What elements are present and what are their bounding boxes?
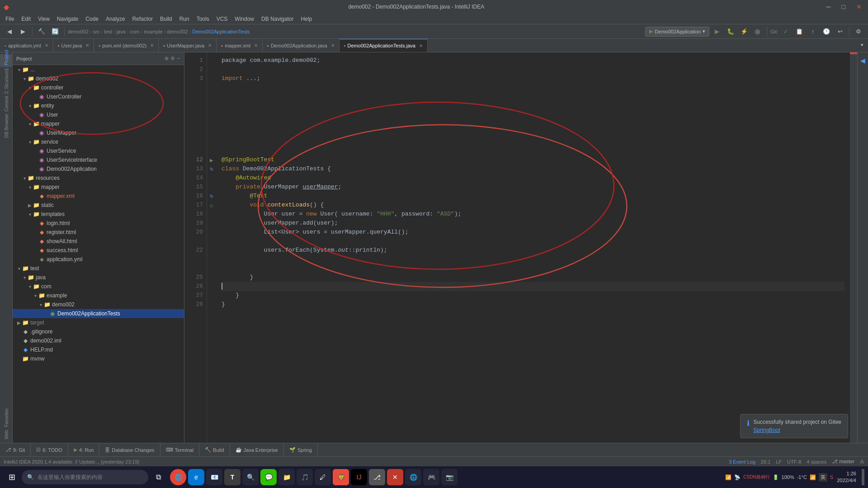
- maximize-button[interactable]: □: [839, 2, 848, 11]
- toolbar-sync-button[interactable]: 🔄: [49, 26, 61, 38]
- status-encoding[interactable]: LF: [776, 459, 782, 465]
- tree-item-userservice[interactable]: ◉ UserService: [13, 146, 184, 155]
- tab-usermapper-close[interactable]: ✕: [208, 43, 212, 48]
- tab-application-yml-close[interactable]: ✕: [45, 43, 48, 48]
- menu-refactor[interactable]: Refactor: [129, 15, 156, 23]
- bc-demo002-2[interactable]: demo002: [167, 29, 188, 34]
- notification-link[interactable]: SpringBoot: [753, 427, 841, 433]
- battery-icon[interactable]: 🔋: [773, 474, 779, 480]
- menu-navigate[interactable]: Navigate: [53, 15, 82, 23]
- menu-edit[interactable]: Edit: [18, 15, 34, 23]
- wifi-icon[interactable]: 📡: [734, 474, 741, 480]
- sidebar-project-icon[interactable]: 1: Project: [0, 54, 13, 67]
- tree-item-mapperxml[interactable]: ◆ mapper.xml: [13, 192, 184, 201]
- status-indentation[interactable]: 4 spaces: [807, 459, 826, 465]
- tab-demo002tests-close[interactable]: ✕: [419, 43, 423, 48]
- tree-item-mapper2[interactable]: ▾ 📁 mapper: [13, 183, 184, 192]
- taskbar-app-explorer[interactable]: 📁: [278, 469, 295, 485]
- bc-src[interactable]: src: [93, 29, 100, 34]
- tree-item-test[interactable]: ▾ 📁 test: [13, 264, 184, 273]
- ime-icon[interactable]: S: [830, 474, 833, 480]
- git-rollback-button[interactable]: ↩: [834, 26, 846, 38]
- settings-button[interactable]: ⚙: [853, 26, 864, 38]
- menu-tools[interactable]: Tools: [193, 15, 213, 23]
- tree-item-loginhtml[interactable]: ◆ login.html: [13, 219, 184, 228]
- tree-item-demo002apptests[interactable]: ◉ Demo002ApplicationTests: [13, 309, 184, 318]
- right-panel-icon-1[interactable]: ◀: [859, 56, 868, 65]
- search-bar[interactable]: 🔍 在这里输入你要搜索的内容: [22, 470, 148, 484]
- taskbar-app-extra3[interactable]: 🎮: [423, 469, 439, 485]
- sidebar-browser-icon[interactable]: DB Browser: [0, 119, 13, 132]
- tree-item-successhtml[interactable]: ◆ success.html: [13, 246, 184, 255]
- bottom-tab-build[interactable]: 🔨 Build: [199, 443, 230, 456]
- tree-item-java-test[interactable]: ▾ 📁 java: [13, 273, 184, 282]
- taskbar-app-intellij[interactable]: IJ: [351, 469, 367, 485]
- taskbar-app-edge[interactable]: e: [188, 469, 204, 485]
- git-commit-button[interactable]: 📋: [793, 26, 805, 38]
- tree-item-target[interactable]: ▶ 📁 target: [13, 318, 184, 327]
- run-gutter-icon-2[interactable]: ↻: [207, 164, 216, 174]
- tree-minimize-icon[interactable]: ─: [177, 56, 180, 61]
- bottom-tab-run[interactable]: ▶ 4: Run: [68, 443, 99, 456]
- tree-item-appyml[interactable]: ◆ application.yml: [13, 255, 184, 264]
- taskbar-app-extra4[interactable]: 📷: [441, 469, 458, 485]
- tree-item-demo002app[interactable]: ◉ Demo002Application: [13, 164, 184, 174]
- sidebar-structure-icon[interactable]: 2: Structure: [0, 76, 13, 89]
- system-clock[interactable]: 1:26 2022/4/4: [837, 470, 856, 484]
- tab-demo002app-java[interactable]: ▪ Demo002Application.java ✕: [263, 39, 340, 52]
- taskbar-app-music[interactable]: 🎵: [297, 469, 313, 485]
- taskbar-app-browser2[interactable]: 🦁: [333, 469, 349, 485]
- toolbar-forward-button[interactable]: ▶: [17, 26, 29, 38]
- tab-user-java-close[interactable]: ✕: [85, 43, 89, 48]
- bc-example[interactable]: example: [144, 29, 163, 34]
- run-button[interactable]: ▶: [711, 26, 723, 38]
- tree-item-helpmd[interactable]: ◆ HELP.md: [13, 345, 184, 354]
- bc-class[interactable]: Demo002ApplicationTests: [192, 29, 250, 34]
- tree-item-com-test[interactable]: ▾ 📁 com: [13, 282, 184, 291]
- toolbar-back-button[interactable]: ◀: [4, 26, 15, 38]
- taskbar-app-extra2[interactable]: 🌐: [405, 469, 421, 485]
- tree-item-user[interactable]: ◉ User: [13, 110, 184, 119]
- start-button[interactable]: ⊞: [4, 469, 20, 485]
- tab-pom-close[interactable]: ✕: [150, 43, 154, 48]
- bookmark-gutter-icon[interactable]: ◇: [207, 201, 216, 210]
- tree-item-iml[interactable]: ◆ demo002.iml: [13, 336, 184, 345]
- run-gutter-icon-3[interactable]: ↻: [207, 192, 216, 201]
- tab-pom-xml[interactable]: ▪ pom.xml (demo002) ✕: [94, 39, 159, 52]
- taskbar-app-extra1[interactable]: ✕: [387, 469, 403, 485]
- taskbar-app-typora[interactable]: T: [224, 469, 241, 485]
- task-view-button[interactable]: ⧉: [150, 469, 166, 485]
- tree-item-gitignore[interactable]: ◆ .gitignore: [13, 327, 184, 336]
- tree-item-usercontroller[interactable]: ◉ UserController: [13, 92, 184, 101]
- taskbar-app-git[interactable]: ⎇: [369, 469, 385, 485]
- status-position[interactable]: 26:1: [761, 459, 770, 465]
- taskbar-app-wechat[interactable]: 💬: [260, 469, 277, 485]
- menu-db-navigator[interactable]: DB Navigator: [258, 15, 297, 23]
- tree-gear-icon[interactable]: ⚙: [170, 56, 175, 61]
- tree-item-demo002-test[interactable]: ▾ 📁 demo002: [13, 300, 184, 309]
- tree-item-controller[interactable]: ▾ 📁 controller: [13, 83, 184, 92]
- close-button[interactable]: ✕: [854, 2, 864, 11]
- sidebar-web-icon[interactable]: Web: [0, 428, 13, 441]
- bottom-tab-java-enterprise[interactable]: ☕ Java Enterprise: [230, 443, 284, 456]
- sidebar-favorites-icon[interactable]: Favorites: [0, 411, 13, 424]
- tree-item-templates[interactable]: ▾ 📁 templates: [13, 210, 184, 219]
- menu-code[interactable]: Code: [82, 15, 102, 23]
- git-push-button[interactable]: ↑: [807, 26, 819, 38]
- tree-item-mapper[interactable]: ▾ 📁 mapper: [13, 119, 184, 128]
- run-gutter-icon[interactable]: ▶: [207, 155, 216, 164]
- bc-demo002[interactable]: demo002: [68, 29, 89, 34]
- tabs-chevron[interactable]: ▾: [856, 39, 868, 51]
- menu-view[interactable]: View: [34, 15, 53, 23]
- coverage-button[interactable]: ◎: [752, 26, 764, 38]
- taskbar-app-search[interactable]: 🔍: [242, 469, 259, 485]
- toolbar-build-button[interactable]: 🔨: [36, 26, 47, 38]
- sidebar-commit-icon[interactable]: Commit: [0, 98, 13, 110]
- tree-item-root[interactable]: ▾ 📁 ...: [13, 65, 184, 74]
- menu-analyze[interactable]: Analyze: [102, 15, 129, 23]
- status-event-log[interactable]: 3 Event Log: [729, 459, 755, 465]
- minimize-button[interactable]: ─: [824, 2, 834, 11]
- tree-item-showallhtml[interactable]: ◆ showAll.html: [13, 237, 184, 246]
- tree-item-service[interactable]: ▾ 📁 service: [13, 137, 184, 146]
- tree-item-registerhtml[interactable]: ◆ register.html: [13, 228, 184, 237]
